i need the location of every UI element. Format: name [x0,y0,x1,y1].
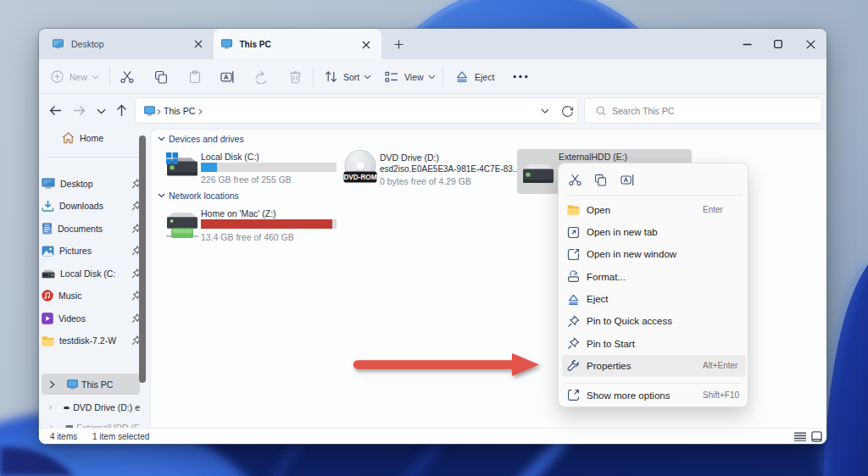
svg-text:DVD-ROM: DVD-ROM [343,174,376,181]
